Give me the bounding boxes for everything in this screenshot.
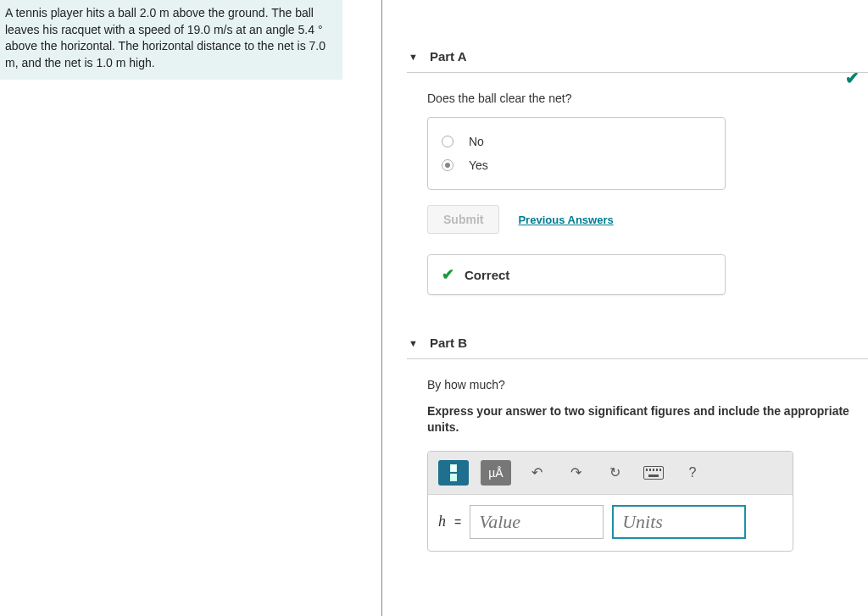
correct-feedback: ✔ Correct bbox=[427, 254, 726, 295]
part-a-title: Part A bbox=[430, 49, 467, 64]
variable-label: h bbox=[438, 513, 446, 530]
vertical-divider bbox=[381, 0, 382, 616]
answer-input-row: h = bbox=[428, 495, 793, 551]
check-icon: ✔ bbox=[442, 265, 454, 284]
help-icon[interactable]: ? bbox=[679, 460, 706, 486]
check-icon: ✔ bbox=[845, 68, 860, 88]
part-b-question: By how much? bbox=[427, 378, 868, 391]
problem-statement: A tennis player hits a ball 2.0 m above … bbox=[0, 0, 342, 80]
radio-icon bbox=[442, 159, 453, 171]
option-no[interactable]: No bbox=[442, 130, 711, 153]
previous-answers-link[interactable]: Previous Answers bbox=[518, 214, 613, 226]
reset-icon[interactable]: ↻ bbox=[601, 460, 628, 486]
options-box: No Yes bbox=[427, 117, 726, 190]
problem-text: A tennis player hits a ball 2.0 m above … bbox=[5, 6, 326, 69]
part-b-title: Part B bbox=[430, 336, 467, 350]
option-yes[interactable]: Yes bbox=[442, 153, 711, 177]
collapse-icon: ▼ bbox=[409, 338, 418, 348]
submit-row: Submit Previous Answers bbox=[427, 205, 868, 234]
units-input[interactable] bbox=[612, 505, 746, 539]
keyboard-icon[interactable] bbox=[640, 460, 667, 486]
value-input[interactable] bbox=[470, 505, 604, 539]
radio-icon bbox=[442, 136, 453, 147]
correct-label: Correct bbox=[465, 268, 509, 282]
answer-toolbar: µÅ ↶ ↷ ↻ ? bbox=[428, 452, 793, 495]
equals-label: = bbox=[454, 515, 461, 529]
part-b-body: By how much? Express your answer to two … bbox=[407, 359, 868, 552]
part-b-instruction: Express your answer to two significant f… bbox=[427, 403, 868, 436]
collapse-icon: ▼ bbox=[409, 52, 418, 62]
part-a-question: Does the ball clear the net? bbox=[427, 92, 868, 105]
part-a-body: Does the ball clear the net? No Yes Subm… bbox=[407, 73, 868, 295]
answer-area: ▼ Part A ✔ Does the ball clear the net? … bbox=[407, 0, 868, 552]
part-b-header[interactable]: ▼ Part B bbox=[407, 324, 868, 359]
option-label: Yes bbox=[469, 158, 488, 172]
submit-button: Submit bbox=[427, 205, 499, 234]
redo-icon[interactable]: ↷ bbox=[562, 460, 589, 486]
part-a-header[interactable]: ▼ Part A ✔ bbox=[407, 37, 868, 73]
answer-panel: µÅ ↶ ↷ ↻ ? h = bbox=[427, 451, 793, 552]
units-button[interactable]: µÅ bbox=[481, 460, 511, 486]
option-label: No bbox=[469, 135, 484, 148]
undo-icon[interactable]: ↶ bbox=[523, 460, 550, 486]
template-icon[interactable] bbox=[438, 460, 469, 486]
